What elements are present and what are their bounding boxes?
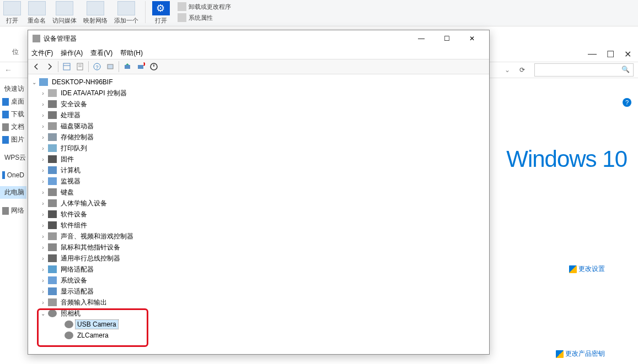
tree-device[interactable]: USB Camera <box>28 319 489 330</box>
tb-back[interactable] <box>30 61 42 73</box>
tree-category[interactable]: ›软件组件 <box>28 220 489 231</box>
tree-device[interactable]: ZLCamera <box>28 330 489 341</box>
expander-icon[interactable]: ⌄ <box>39 309 47 317</box>
sidebar-docs[interactable]: 文档 <box>0 121 26 133</box>
expander-icon[interactable]: › <box>39 232 47 240</box>
ribbon-open2[interactable]: 打开 <box>152 1 170 25</box>
expander-icon[interactable]: › <box>39 133 47 141</box>
tree-category[interactable]: ›鼠标和其他指针设备 <box>28 242 489 253</box>
sidebar-onedrive[interactable]: OneD <box>0 170 26 181</box>
dm-maximize[interactable]: ☐ <box>434 31 459 46</box>
tb-help[interactable]: ? <box>91 61 103 73</box>
expander-icon[interactable]: › <box>39 298 47 306</box>
menu-view[interactable]: 查看(V) <box>90 48 112 58</box>
dm-titlebar[interactable]: 设备管理器 — ☐ ✕ <box>28 30 489 47</box>
tree-category[interactable]: ›处理器 <box>28 110 489 121</box>
ribbon-mapnet[interactable]: 映射网络 <box>83 1 108 25</box>
help-icon[interactable]: ? <box>623 98 631 107</box>
expander-icon[interactable]: › <box>39 221 47 229</box>
expander-icon[interactable]: › <box>39 210 47 218</box>
tree-category[interactable]: ›人体学输入设备 <box>28 198 489 209</box>
expander-icon[interactable]: › <box>39 199 47 207</box>
expander-icon[interactable]: › <box>39 243 47 251</box>
tree-category[interactable]: ›声音、视频和游戏控制器 <box>28 231 489 242</box>
ribbon-open[interactable]: 打开 <box>3 1 21 25</box>
refresh-button[interactable]: ⟳ <box>514 63 530 77</box>
category-icon <box>48 133 57 141</box>
expander-icon[interactable]: › <box>39 111 47 119</box>
menu-file[interactable]: 文件(F) <box>31 48 53 58</box>
tb-scan[interactable] <box>104 61 116 73</box>
tree-category[interactable]: ›显示适配器 <box>28 286 489 297</box>
expander-icon[interactable]: › <box>39 155 47 163</box>
tb-uninstall[interactable]: ✖ <box>135 61 147 73</box>
expander-icon[interactable]: › <box>39 100 47 108</box>
windows10-logo: Windows 10 <box>506 146 627 172</box>
category-label: 打印队列 <box>59 143 89 154</box>
expander-icon[interactable]: › <box>39 89 47 97</box>
sidebar-quick[interactable]: 快速访 <box>0 83 26 95</box>
category-label: IDE ATA/ATAPI 控制器 <box>59 88 128 99</box>
explorer-close[interactable]: ✕ <box>624 49 631 59</box>
category-icon <box>48 265 57 273</box>
tree-category[interactable]: ›软件设备 <box>28 209 489 220</box>
tree-category[interactable]: ›固件 <box>28 154 489 165</box>
tree-category[interactable]: ›打印队列 <box>28 143 489 154</box>
sidebar-wps[interactable]: WPS云 <box>0 151 26 164</box>
explorer-maximize[interactable]: ☐ <box>607 49 614 59</box>
ribbon-rename[interactable]: 重命名 <box>28 1 46 25</box>
expander-icon[interactable]: › <box>39 188 47 196</box>
tree-category[interactable]: ›IDE ATA/ATAPI 控制器 <box>28 88 489 99</box>
expander-icon[interactable]: › <box>39 287 47 295</box>
ribbon-sysprop[interactable]: 系统属性 <box>178 13 231 22</box>
tb-forward[interactable] <box>44 61 56 73</box>
expander-icon[interactable]: ⌄ <box>30 78 38 86</box>
tree-category[interactable]: ›磁盘驱动器 <box>28 121 489 132</box>
expander-icon[interactable]: › <box>39 177 47 185</box>
svg-text:?: ? <box>95 64 98 70</box>
ribbon-uninstall[interactable]: 卸载或更改程序 <box>178 2 231 11</box>
dm-minimize[interactable]: — <box>409 31 434 46</box>
tree-category[interactable]: ›监视器 <box>28 176 489 187</box>
tb-disable[interactable] <box>148 61 160 73</box>
ribbon-addloc[interactable]: 添加一个 <box>114 1 138 25</box>
ribbon-media[interactable]: 访问媒体 <box>52 1 77 25</box>
explorer-minimize[interactable]: — <box>588 49 597 59</box>
tree-category[interactable]: ›系统设备 <box>28 275 489 286</box>
sidebar-download[interactable]: 下载 <box>0 108 26 121</box>
tree-category[interactable]: ›计算机 <box>28 165 489 176</box>
tree-root[interactable]: ⌄ DESKTOP-NH96BIF <box>28 77 489 88</box>
sidebar-pics[interactable]: 图片 <box>0 133 26 146</box>
tree-category[interactable]: ⌄照相机 <box>28 308 489 319</box>
change-settings-link[interactable]: 更改设置 <box>569 264 605 274</box>
sidebar-thispc[interactable]: 此电脑 <box>0 186 26 199</box>
tree-category[interactable]: ›音频输入和输出 <box>28 297 489 308</box>
nav-back[interactable]: ← <box>0 62 17 78</box>
tree-category[interactable]: ›安全设备 <box>28 99 489 110</box>
expander-icon[interactable]: › <box>39 276 47 284</box>
category-label: 鼠标和其他指针设备 <box>59 242 122 253</box>
device-tree[interactable]: ⌄ DESKTOP-NH96BIF ›IDE ATA/ATAPI 控制器›安全设… <box>28 74 489 354</box>
tree-category[interactable]: ›网络适配器 <box>28 264 489 275</box>
dm-close[interactable]: ✕ <box>459 31 485 46</box>
menu-help[interactable]: 帮助(H) <box>120 48 143 58</box>
search-input[interactable]: 🔍 <box>534 63 634 77</box>
tb-update[interactable] <box>121 61 133 73</box>
tb-show-hide[interactable] <box>61 61 73 73</box>
tree-category[interactable]: ›键盘 <box>28 187 489 198</box>
tree-category[interactable]: ›通用串行总线控制器 <box>28 253 489 264</box>
expander-icon[interactable]: › <box>39 122 47 130</box>
change-pk-link[interactable]: 更改产品密钥 <box>556 349 605 358</box>
tree-category[interactable]: ›存储控制器 <box>28 132 489 143</box>
sidebar-network[interactable]: 网络 <box>0 204 26 217</box>
expander-icon[interactable]: › <box>39 265 47 273</box>
tb-properties[interactable] <box>74 61 86 73</box>
ribbon: 打开 重命名 访问媒体 映射网络 添加一个 打开 卸载或更改程序 系统属性 <box>0 0 638 26</box>
sidebar-desktop[interactable]: 桌面 <box>0 95 26 108</box>
expander-icon[interactable]: › <box>39 254 47 262</box>
menu-action[interactable]: 操作(A) <box>61 48 83 58</box>
expander-icon[interactable]: › <box>39 166 47 174</box>
dm-app-icon <box>33 35 40 42</box>
address-dropdown[interactable]: ⌄ <box>505 66 510 74</box>
expander-icon[interactable]: › <box>39 144 47 152</box>
